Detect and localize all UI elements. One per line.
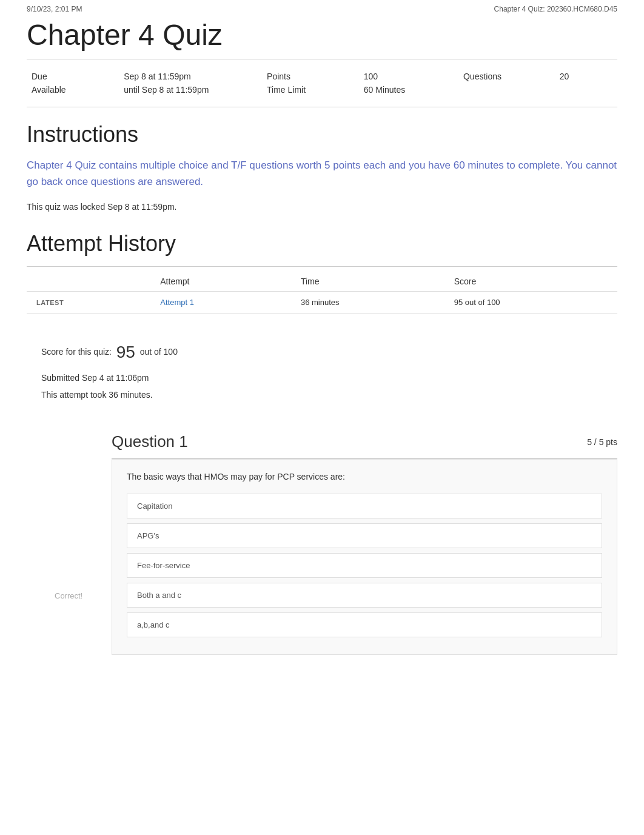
option-ffs: Fee-for-service <box>127 553 602 578</box>
option-apgs: APG's <box>127 523 602 548</box>
due-value: Sep 8 at 11:59pm <box>124 72 252 81</box>
question-1-pts: 5 / 5 pts <box>587 437 617 447</box>
score-summary: Score for this quiz: 95 out of 100 Submi… <box>27 326 617 413</box>
attempt-table-header: Attempt Time Score <box>27 272 617 292</box>
due-label: Due <box>32 72 109 81</box>
attempt-time: 36 minutes <box>291 292 444 314</box>
top-bar: 9/10/23, 2:01 PM Chapter 4 Quiz: 202360.… <box>0 0 644 18</box>
attempt-history-title: Attempt History <box>27 231 617 257</box>
locked-text: This quiz was locked Sep 8 at 11:59pm. <box>27 202 617 212</box>
col-badge <box>27 272 150 292</box>
attempt-history-section: Attempt History Attempt Time Score LATES… <box>27 231 617 314</box>
questions-value: 20 <box>560 72 612 81</box>
col-score: Score <box>444 272 617 292</box>
meta-divider <box>27 107 617 107</box>
score-number: 95 <box>116 343 135 361</box>
col-attempt: Attempt <box>150 272 291 292</box>
title-divider <box>27 59 617 59</box>
option-ffs-text: Fee-for-service <box>137 561 190 570</box>
attempt-table: Attempt Time Score LATEST Attempt 1 36 m… <box>27 272 617 314</box>
time-limit-label: Time Limit <box>267 85 349 95</box>
time-limit-value: 60 Minutes <box>364 85 449 95</box>
option-both-ac-text: Both a and c <box>137 591 181 600</box>
option-apgs-text: APG's <box>137 531 159 540</box>
took-line: This attempt took 36 minutes. <box>41 386 603 403</box>
page-title: Chapter 4 Quiz <box>27 18 617 52</box>
option-abc: a,b,and c <box>127 612 602 637</box>
latest-badge: LATEST <box>27 292 150 314</box>
meta-grid: Due Sep 8 at 11:59pm Points 100 Question… <box>27 64 617 102</box>
option-capitation: Capitation <box>127 494 602 518</box>
question-1-header: Question 1 5 / 5 pts <box>112 428 617 456</box>
datetime: 9/10/23, 2:01 PM <box>27 5 82 13</box>
score-line: Score for this quiz: 95 out of 100 <box>41 335 603 369</box>
question-1-prompt: The basic ways that HMOs may pay for PCP… <box>127 472 602 481</box>
question-1-block: Question 1 5 / 5 pts The basic ways that… <box>112 428 617 655</box>
attempt-score: 95 out of 100 <box>444 292 617 314</box>
points-value: 100 <box>364 72 449 81</box>
available-value: until Sep 8 at 11:59pm <box>124 85 252 95</box>
breadcrumb: Chapter 4 Quiz: 202360.HCM680.D45 <box>494 5 617 13</box>
answer-options: Capitation APG's Fee-for-service Correct… <box>127 494 602 637</box>
instructions-title: Instructions <box>27 122 617 147</box>
instructions-body: Chapter 4 Quiz contains multiple choice … <box>27 157 617 190</box>
question-1-title: Question 1 <box>112 432 188 451</box>
option-both-ac: Correct! Both a and c <box>127 583 602 608</box>
attempt-history-divider <box>27 266 617 267</box>
attempt-link-cell[interactable]: Attempt 1 <box>150 292 291 314</box>
option-abc-text: a,b,and c <box>137 620 170 629</box>
questions-label: Questions <box>463 72 545 81</box>
main-content: Chapter 4 Quiz Due Sep 8 at 11:59pm Poin… <box>0 18 644 655</box>
table-row: LATEST Attempt 1 36 minutes 95 out of 10… <box>27 292 617 314</box>
submitted-line: Submitted Sep 4 at 11:06pm <box>41 369 603 386</box>
score-out-of: out of 100 <box>140 347 178 357</box>
question-1-content: The basic ways that HMOs may pay for PCP… <box>112 459 617 655</box>
score-label: Score for this quiz: <box>41 347 112 357</box>
available-label: Available <box>32 85 109 95</box>
correct-label: Correct! <box>55 591 82 600</box>
attempt-1-link[interactable]: Attempt 1 <box>160 298 194 307</box>
option-capitation-text: Capitation <box>137 501 173 511</box>
points-label: Points <box>267 72 349 81</box>
col-time: Time <box>291 272 444 292</box>
